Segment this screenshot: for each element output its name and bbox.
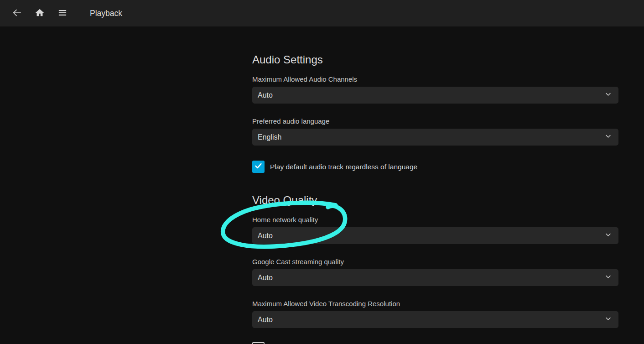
chevron-down-icon xyxy=(605,133,612,141)
checkmark-icon xyxy=(254,162,263,172)
menu-button[interactable] xyxy=(57,8,68,19)
chevron-down-icon xyxy=(605,273,612,282)
max-transcoding-resolution-label: Maximum Allowed Video Transcoding Resolu… xyxy=(252,300,618,308)
hamburger-menu-icon xyxy=(57,8,68,19)
bottom-checkbox-row xyxy=(252,342,618,344)
preferred-audio-language-select[interactable]: English xyxy=(252,129,618,146)
max-audio-channels-select[interactable]: Auto xyxy=(252,87,618,104)
max-transcoding-resolution-select[interactable]: Auto xyxy=(252,311,618,328)
select-value: Auto xyxy=(258,274,273,282)
chevron-down-icon xyxy=(605,315,612,324)
video-quality-heading: Video Quality xyxy=(252,194,618,206)
chevron-down-icon xyxy=(605,91,612,99)
select-value: Auto xyxy=(258,316,273,324)
select-value: Auto xyxy=(258,91,273,99)
back-button[interactable] xyxy=(11,8,22,19)
bottom-unchecked-checkbox[interactable] xyxy=(252,342,265,344)
play-default-audio-row: Play default audio track regardless of l… xyxy=(252,161,618,173)
top-app-bar: Playback xyxy=(0,0,644,26)
max-audio-channels-label: Maximum Allowed Audio Channels xyxy=(252,76,618,83)
settings-form: Audio Settings Maximum Allowed Audio Cha… xyxy=(252,54,618,344)
audio-settings-heading: Audio Settings xyxy=(252,54,618,65)
chevron-down-icon xyxy=(605,231,612,240)
play-default-audio-checkbox[interactable] xyxy=(252,161,265,173)
home-network-quality-label: Home network quality xyxy=(252,216,618,224)
home-network-quality-select[interactable]: Auto xyxy=(252,227,618,244)
select-value: English xyxy=(258,133,281,141)
field-home-network-quality: Home network quality Auto xyxy=(252,216,618,244)
preferred-audio-language-label: Preferred audio language xyxy=(252,118,618,125)
field-google-cast-quality: Google Cast streaming quality Auto xyxy=(252,258,618,286)
select-value: Auto xyxy=(258,232,273,240)
field-max-transcoding-resolution: Maximum Allowed Video Transcoding Resolu… xyxy=(252,300,618,328)
home-button[interactable] xyxy=(34,8,45,19)
google-cast-quality-label: Google Cast streaming quality xyxy=(252,258,618,266)
page-title: Playback xyxy=(90,9,122,18)
google-cast-quality-select[interactable]: Auto xyxy=(252,269,618,286)
home-icon xyxy=(35,8,45,19)
field-max-audio-channels: Maximum Allowed Audio Channels Auto xyxy=(252,76,618,104)
play-default-audio-label: Play default audio track regardless of l… xyxy=(270,163,417,171)
back-arrow-icon xyxy=(12,8,22,19)
field-preferred-audio-language: Preferred audio language English xyxy=(252,118,618,146)
